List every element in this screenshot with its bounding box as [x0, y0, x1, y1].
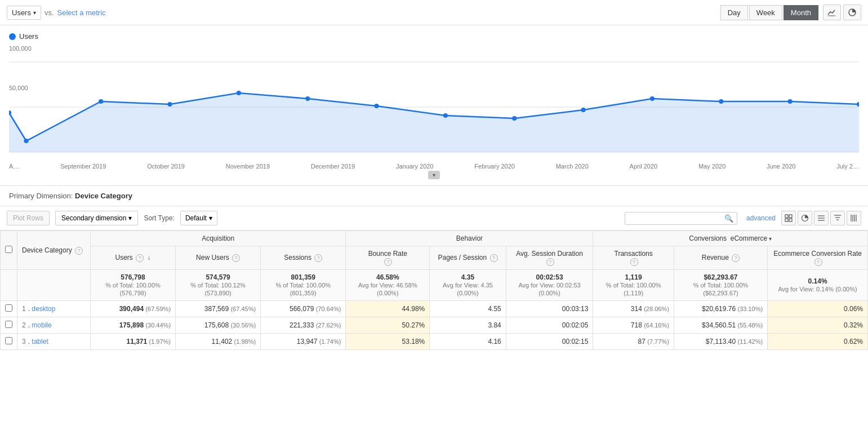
table-row: 1. desktop 390,494 (67.59%) 387,569 (67.…	[1, 301, 868, 317]
chart-legend: Users	[9, 32, 859, 41]
ecommerce-conv-rate-col-header[interactable]: Ecommerce Conversion Rate ?	[768, 246, 868, 270]
row-1-avg-session: 00:03:13	[506, 301, 593, 317]
svg-point-14	[650, 96, 655, 101]
svg-point-5	[24, 139, 29, 143]
search-box[interactable]: 🔍	[625, 212, 737, 225]
sort-type-value: Default	[185, 214, 207, 222]
scroll-indicator[interactable]: ▾	[9, 171, 859, 179]
pages-session-col-header[interactable]: Pages / Session ?	[430, 246, 506, 270]
table-row: 2. mobile 175,898 (30.44%) 175,608 (30.5…	[1, 317, 868, 334]
avg-session-col-header[interactable]: Avg. Session Duration ?	[506, 246, 593, 270]
x-label-8: April 2020	[630, 163, 658, 170]
row-2-ecommerce-conv-rate: 0.32%	[768, 317, 868, 334]
search-icon: 🔍	[724, 214, 733, 223]
transactions-col-header[interactable]: Transactions ?	[593, 246, 674, 270]
row-1-device-link[interactable]: desktop	[32, 305, 55, 313]
x-label-5: January 2020	[396, 163, 434, 170]
svg-point-6	[99, 99, 103, 104]
list-view-icon[interactable]	[814, 211, 829, 225]
revenue-help-icon[interactable]: ?	[732, 254, 740, 262]
revenue-col-header[interactable]: Revenue ?	[674, 246, 767, 270]
search-input[interactable]	[629, 214, 724, 222]
users-metric-label: Users	[12, 8, 31, 17]
svg-point-16	[788, 99, 793, 104]
svg-point-10	[374, 104, 379, 108]
row-2-sessions: 221,333 (27.62%)	[261, 317, 346, 334]
plot-rows-button: Plot Rows	[7, 211, 50, 225]
y-label-50k: 50,000	[9, 85, 28, 91]
pages-session-help-icon[interactable]: ?	[490, 254, 498, 262]
x-label-4: December 2019	[311, 163, 355, 170]
view-icons	[823, 5, 861, 20]
row-3-check[interactable]	[1, 334, 17, 350]
dropdown-arrow: ▾	[33, 10, 36, 16]
behavior-group-header: Behavior	[346, 231, 593, 246]
secondary-dim-label: Secondary dimension	[61, 214, 126, 222]
x-label-7: March 2020	[556, 163, 589, 170]
totals-transactions: 1,119 % of Total: 100.00% (1,119)	[593, 270, 674, 301]
table-row: 3. tablet 11,371 (1.97%) 11,402 (1.98%) …	[1, 334, 868, 350]
grid-view-icon[interactable]	[781, 211, 796, 225]
line-chart-icon[interactable]	[823, 5, 841, 20]
row-3-device-link[interactable]: tablet	[32, 338, 48, 345]
ecomm-conv-help-icon[interactable]: ?	[814, 258, 822, 266]
bounce-rate-help-icon[interactable]: ?	[384, 258, 392, 266]
pie-chart-icon[interactable]	[843, 5, 861, 20]
bounce-rate-col-header[interactable]: Bounce Rate ?	[346, 246, 430, 270]
x-label-1: September 2019	[60, 163, 106, 170]
sessions-col-header[interactable]: Sessions ?	[261, 246, 346, 270]
row-1-revenue: $20,619.76 (33.10%)	[674, 301, 767, 317]
totals-row: 576,798 % of Total: 100.00% (576,798) 57…	[1, 270, 868, 301]
row-3-ecommerce-conv-rate: 0.62%	[768, 334, 868, 350]
row-2-transactions: 718 (64.16%)	[593, 317, 674, 334]
row-1-check[interactable]	[1, 301, 17, 317]
select-all-checkbox[interactable]	[5, 246, 12, 253]
secondary-dimension-button[interactable]: Secondary dimension ▾	[55, 211, 138, 225]
totals-sessions: 801,359 % of Total: 100.00% (801,359)	[261, 270, 346, 301]
select-metric-link[interactable]: Select a metric	[57, 8, 106, 17]
x-label-0: A…	[9, 163, 19, 170]
totals-ecommerce-conv-rate: 0.14% Avg for View: 0.14% (0.00%)	[768, 270, 868, 301]
row-2-new-users: 175,608 (30.56%)	[176, 317, 261, 334]
row-2-check[interactable]	[1, 317, 17, 334]
row-3-bounce-rate: 53.18%	[346, 334, 430, 350]
week-button[interactable]: Week	[749, 5, 782, 20]
sort-type-label: Sort Type:	[144, 214, 174, 222]
sort-type-button[interactable]: Default ▾	[180, 211, 217, 225]
month-button[interactable]: Month	[784, 5, 818, 20]
svg-rect-19	[789, 215, 792, 218]
svg-rect-20	[785, 219, 788, 221]
x-label-11: July 2…	[836, 163, 859, 170]
day-button[interactable]: Day	[720, 5, 748, 20]
svg-point-15	[719, 99, 723, 104]
sessions-help-icon[interactable]: ?	[314, 254, 322, 262]
new-users-col-header[interactable]: New Users ?	[176, 246, 261, 270]
pie-view-icon[interactable]	[798, 211, 812, 225]
x-label-2: October 2019	[147, 163, 185, 170]
select-all-header[interactable]	[1, 231, 17, 270]
avg-session-help-icon[interactable]: ?	[546, 258, 554, 266]
row-2-bounce-rate: 50.27%	[346, 317, 430, 334]
x-label-10: June 2020	[767, 163, 795, 170]
advanced-link[interactable]: advanced	[746, 214, 776, 222]
row-3-revenue: $7,113.40 (11.42%)	[674, 334, 767, 350]
filter-view-icon[interactable]	[830, 211, 845, 225]
row-2-device-link[interactable]: mobile	[32, 321, 51, 329]
x-label-6: February 2020	[474, 163, 515, 170]
svg-rect-21	[789, 219, 792, 221]
row-1-users: 390,494 (67.59%)	[91, 301, 176, 317]
device-category-help-icon[interactable]: ?	[75, 247, 83, 255]
users-legend-label: Users	[19, 32, 38, 41]
users-col-header[interactable]: Users ? ↓	[91, 246, 176, 270]
top-bar: Users ▾ vs. Select a metric Day Week Mon…	[0, 0, 868, 25]
new-users-help-icon[interactable]: ?	[232, 254, 240, 262]
ecommerce-select[interactable]: eCommerce ▾	[731, 234, 772, 242]
users-help-icon[interactable]: ?	[136, 254, 144, 262]
ecommerce-chevron: ▾	[769, 236, 772, 242]
transactions-help-icon[interactable]: ?	[630, 258, 638, 266]
row-2-device: 2. mobile	[17, 317, 91, 334]
x-label-9: May 2020	[698, 163, 725, 170]
users-dropdown[interactable]: Users ▾	[7, 6, 41, 20]
row-2-revenue: $34,560.51 (55.48%)	[674, 317, 767, 334]
columns-view-icon[interactable]	[847, 211, 861, 225]
